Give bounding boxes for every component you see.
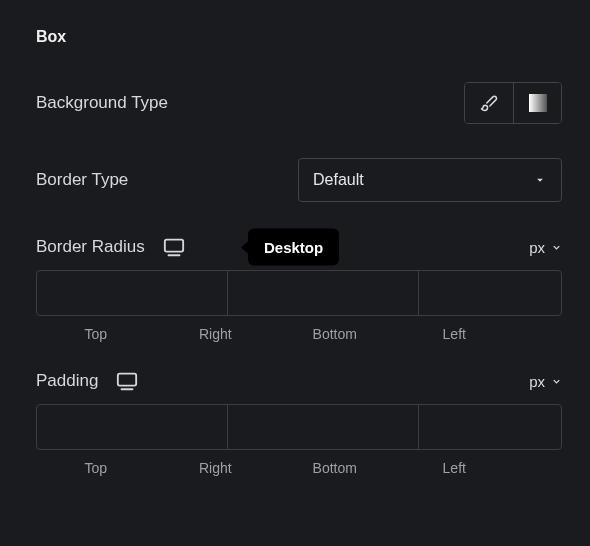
padding-bottom-input[interactable] bbox=[419, 405, 562, 449]
section-title: Box bbox=[36, 28, 562, 46]
border-type-value: Default bbox=[313, 171, 364, 189]
padding-header: Padding px bbox=[36, 370, 562, 392]
side-label-left: Left bbox=[395, 326, 515, 342]
chevron-down-icon bbox=[551, 376, 562, 387]
responsive-switcher[interactable] bbox=[116, 370, 138, 392]
side-label-top: Top bbox=[36, 460, 156, 476]
side-label-bottom: Bottom bbox=[275, 460, 395, 476]
border-radius-side-labels: Top Right Bottom Left bbox=[36, 326, 562, 342]
padding-label: Padding bbox=[36, 371, 98, 391]
bg-type-gradient-button[interactable] bbox=[513, 83, 561, 123]
padding-unit-select[interactable]: px bbox=[529, 373, 562, 390]
gradient-icon bbox=[529, 94, 547, 112]
unit-label: px bbox=[529, 373, 545, 390]
unit-label: px bbox=[529, 239, 545, 256]
desktop-icon bbox=[116, 370, 138, 392]
border-type-select[interactable]: Default bbox=[298, 158, 562, 202]
background-type-row: Background Type bbox=[36, 82, 562, 124]
svg-rect-2 bbox=[118, 374, 136, 386]
background-type-label: Background Type bbox=[36, 93, 168, 113]
svg-rect-0 bbox=[165, 240, 183, 252]
brush-icon bbox=[480, 94, 498, 112]
border-type-row: Border Type Default bbox=[36, 158, 562, 202]
side-label-bottom: Bottom bbox=[275, 326, 395, 342]
border-radius-inputs bbox=[36, 270, 562, 316]
border-type-label: Border Type bbox=[36, 170, 128, 190]
chevron-down-icon bbox=[551, 242, 562, 253]
padding-top-input[interactable] bbox=[37, 405, 228, 449]
padding-right-input[interactable] bbox=[228, 405, 419, 449]
responsive-switcher[interactable] bbox=[163, 236, 185, 258]
border-radius-unit-select[interactable]: px bbox=[529, 239, 562, 256]
border-radius-label: Border Radius bbox=[36, 237, 145, 257]
border-radius-header: Border Radius Desktop px bbox=[36, 236, 562, 258]
side-label-right: Right bbox=[156, 326, 276, 342]
side-label-left: Left bbox=[395, 460, 515, 476]
border-radius-bottom-input[interactable] bbox=[419, 271, 562, 315]
padding-side-labels: Top Right Bottom Left bbox=[36, 460, 562, 476]
background-type-group bbox=[464, 82, 562, 124]
bg-type-classic-button[interactable] bbox=[465, 83, 513, 123]
border-radius-right-input[interactable] bbox=[228, 271, 419, 315]
border-radius-top-input[interactable] bbox=[37, 271, 228, 315]
caret-down-icon bbox=[533, 173, 547, 187]
device-tooltip: Desktop bbox=[248, 229, 339, 266]
side-label-right: Right bbox=[156, 460, 276, 476]
desktop-icon bbox=[163, 236, 185, 258]
side-label-top: Top bbox=[36, 326, 156, 342]
padding-inputs bbox=[36, 404, 562, 450]
